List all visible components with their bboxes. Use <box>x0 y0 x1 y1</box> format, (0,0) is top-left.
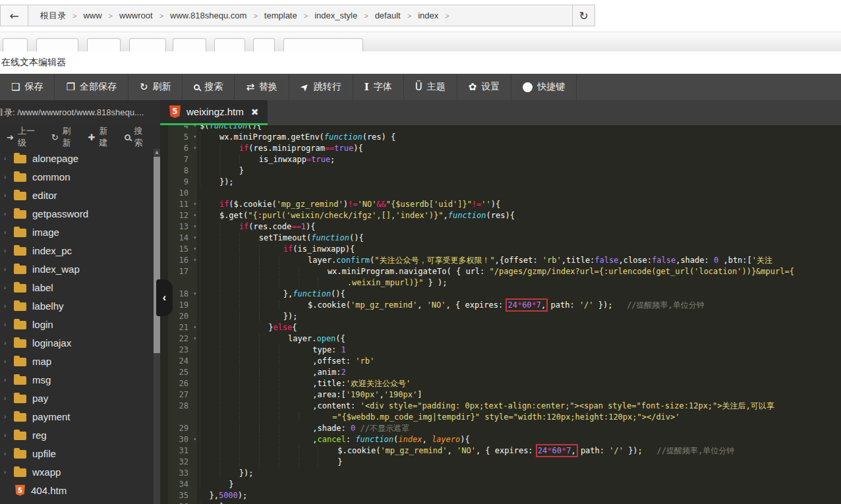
fold-arrow-icon[interactable]: ▾ <box>193 223 196 230</box>
fold-arrow-icon[interactable]: ▾ <box>193 291 196 297</box>
sidebar-folder-item[interactable]: ›pay <box>0 389 154 407</box>
folder-expand-chevron-icon[interactable]: › <box>2 394 8 402</box>
sidebar-new-button[interactable]: ✚新建 <box>88 125 114 149</box>
breadcrumb-item[interactable]: www.818shequ.com <box>167 11 249 20</box>
sidebar-folder-item[interactable]: ›map <box>0 352 154 370</box>
sidebar-folder-item[interactable]: ›payment <box>0 407 154 426</box>
folder-expand-chevron-icon[interactable]: › <box>2 376 8 383</box>
theme-button[interactable]: Ü主题 <box>404 74 457 100</box>
font-button[interactable]: I字体 <box>353 74 404 100</box>
sidebar-folder-item[interactable]: ›editor <box>0 186 154 204</box>
fold-arrow-icon[interactable]: ▾ <box>193 145 196 152</box>
refresh-button[interactable]: ↻刷新 <box>129 74 183 100</box>
replace-button[interactable]: ⇄替换 <box>235 74 289 100</box>
sidebar-folder-item[interactable]: ›loginajax <box>0 333 154 352</box>
file-label: 404.htm <box>31 485 67 496</box>
sidebar-folder-item[interactable]: ›labelhy <box>0 296 154 315</box>
fold-arrow-icon[interactable]: ▾ <box>193 125 196 129</box>
folder-expand-chevron-icon[interactable]: › <box>2 228 8 236</box>
folder-expand-chevron-icon[interactable]: › <box>2 357 8 365</box>
sidebar-refresh-button[interactable]: ↻刷新 <box>51 125 78 149</box>
settings-button[interactable]: ✿设置 <box>457 74 512 100</box>
sidebar-folder-item[interactable]: ›image <box>0 223 154 241</box>
fold-arrow-icon[interactable]: ▾ <box>193 246 196 252</box>
fold-arrow-icon[interactable]: ▾ <box>193 235 196 241</box>
folder-expand-chevron-icon[interactable]: › <box>2 412 8 420</box>
sidebar-folder-item[interactable]: ›getpassword <box>0 204 154 223</box>
fold-arrow-icon[interactable]: ▾ <box>193 134 196 140</box>
fold-arrow-icon[interactable]: ▾ <box>193 436 196 443</box>
sidebar-up-level-button[interactable]: ➔上一级 <box>7 125 41 149</box>
breadcrumb-item[interactable]: index_style <box>312 11 360 20</box>
breadcrumb-item[interactable]: index <box>415 11 441 20</box>
folder-expand-chevron-icon[interactable]: › <box>2 339 8 347</box>
code-line-content: if(res.miniprogram==true){ <box>197 143 363 154</box>
breadcrumb-item[interactable]: default <box>372 11 403 20</box>
folder-expand-chevron-icon[interactable]: › <box>2 468 8 476</box>
sidebar-search-button[interactable]: 搜索 <box>125 125 150 149</box>
breadcrumb-refresh-button[interactable]: ↻ <box>572 5 594 26</box>
line-number: 27 <box>168 389 197 401</box>
fold-arrow-icon[interactable]: ▾ <box>193 257 196 264</box>
folder-expand-chevron-icon[interactable]: › <box>2 265 8 273</box>
tab-close-icon[interactable]: ✖ <box>251 107 259 117</box>
folder-expand-chevron-icon[interactable]: › <box>2 320 8 328</box>
folder-expand-chevron-icon[interactable]: › <box>2 154 8 162</box>
folder-expand-chevron-icon[interactable]: › <box>2 302 8 310</box>
cropped-button[interactable] <box>253 38 275 51</box>
breadcrumb-item[interactable]: www <box>80 11 104 20</box>
cropped-button[interactable] <box>283 38 363 51</box>
sidebar-folder-item[interactable]: ›login <box>0 315 154 333</box>
folder-expand-chevron-icon[interactable]: › <box>2 283 8 291</box>
sidebar-folder-item[interactable]: ›alonepage <box>0 149 154 167</box>
sidebar-folder-item[interactable]: ›msg <box>0 370 154 389</box>
folder-expand-chevron-icon[interactable]: › <box>2 246 8 254</box>
sidebar-folder-item[interactable]: ›index_pc <box>0 241 154 260</box>
sidebar-folder-item[interactable]: ›wxapp <box>0 462 154 481</box>
folder-expand-chevron-icon[interactable]: › <box>2 191 8 199</box>
sidebar-folder-item[interactable]: ›label <box>0 278 154 296</box>
folder-label: pay <box>32 393 48 404</box>
fold-arrow-icon[interactable]: ▾ <box>193 201 196 208</box>
sidebar-collapse-handle[interactable]: ‹ <box>156 279 173 316</box>
save-button[interactable]: ❏保存 <box>0 74 55 100</box>
breadcrumb-item[interactable]: wwwroot <box>117 11 156 20</box>
fold-arrow-icon[interactable]: ▾ <box>193 212 196 219</box>
sidebar-folder-item[interactable]: ›upfile <box>0 444 154 462</box>
fold-arrow-icon[interactable]: ▾ <box>193 335 196 342</box>
code-line-content: ,anim:2 <box>197 367 346 378</box>
sidebar-file-item[interactable]: 5404.htm <box>0 481 154 499</box>
scrollbar-thumb[interactable] <box>154 157 160 353</box>
line-number: 14▾ <box>168 233 197 244</box>
cropped-button[interactable] <box>87 38 121 51</box>
folder-expand-chevron-icon[interactable]: › <box>2 210 8 217</box>
fold-arrow-icon[interactable]: ▾ <box>193 324 196 331</box>
sidebar-folder-item[interactable]: ›common <box>0 167 154 186</box>
cropped-button[interactable] <box>36 38 78 51</box>
cropped-button[interactable] <box>3 38 28 51</box>
search-button[interactable]: 搜索 <box>183 74 235 100</box>
code-editor[interactable]: 4▾$(function(){5▾ wx.miniProgram.getEnv(… <box>160 125 841 504</box>
goto-line-icon: ➤ <box>301 81 309 93</box>
back-button[interactable]: ← <box>1 5 28 26</box>
save-all-button[interactable]: ❐全部保存 <box>55 74 128 100</box>
folder-icon <box>14 432 26 440</box>
cropped-button[interactable] <box>129 38 166 51</box>
code-line: 7 is_inwxapp=true; <box>160 154 841 165</box>
cropped-button[interactable] <box>173 38 206 51</box>
tab-weixingz[interactable]: 5 weixingz.htm ✖ <box>160 100 268 125</box>
folder-expand-chevron-icon[interactable]: › <box>2 431 8 439</box>
breadcrumb-item[interactable]: template <box>262 11 300 20</box>
folder-expand-chevron-icon[interactable]: › <box>2 173 8 181</box>
hotkeys-button[interactable]: ?快捷键 <box>511 74 577 100</box>
breadcrumb-separator-icon: > <box>105 12 117 20</box>
breadcrumb-item[interactable]: 根目录 <box>38 10 69 22</box>
sidebar-folder-item[interactable]: ›index_wap <box>0 260 154 278</box>
settings-icon: ✿ <box>469 81 477 93</box>
scrollbar-up-icon[interactable]: ▲ <box>154 149 160 156</box>
goto-line-button[interactable]: ➤跳转行 <box>289 74 353 100</box>
cropped-button[interactable] <box>214 38 245 51</box>
sidebar-scrollbar[interactable]: ▲ <box>154 149 160 504</box>
folder-expand-chevron-icon[interactable]: › <box>2 449 8 457</box>
sidebar-folder-item[interactable]: ›reg <box>0 426 154 444</box>
